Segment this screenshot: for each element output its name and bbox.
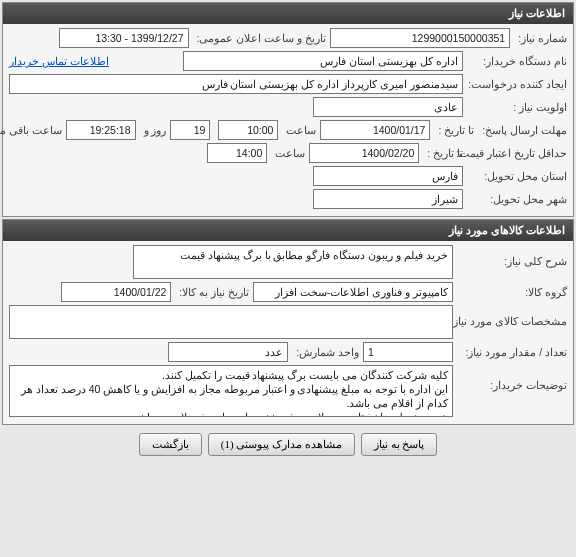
notes-label: توضیحات خریدار: xyxy=(457,365,567,391)
unit-label: واحد شمارش: xyxy=(292,346,359,358)
notes-field[interactable] xyxy=(9,365,453,417)
panel-body-1: شماره نیاز: تاریخ و ساعت اعلان عمومی: نا… xyxy=(3,24,573,216)
pub-date-label: تاریخ و ساعت اعلان عمومی: xyxy=(193,32,327,44)
city-field[interactable] xyxy=(313,189,463,209)
panel-header-1: اطلاعات نیاز xyxy=(3,3,573,24)
contact-link[interactable]: اطلاعات تماس خریدار xyxy=(9,55,109,67)
buyer-field[interactable] xyxy=(183,51,463,71)
to-date-label-2: تا تاریخ : xyxy=(423,147,463,159)
spec-field[interactable] xyxy=(9,305,453,339)
deadline-time-field[interactable] xyxy=(218,120,278,140)
valid-label: حداقل تاریخ اعتبار قیمت: xyxy=(467,147,567,159)
priority-label: اولویت نیاز : xyxy=(467,101,567,113)
qty-field[interactable] xyxy=(363,342,453,362)
qty-label: تعداد / مقدار مورد نیاز: xyxy=(457,346,567,358)
view-docs-button[interactable]: مشاهده مدارک پیوستی (1) xyxy=(208,433,355,456)
desc-label: شرح کلی نیاز: xyxy=(457,245,567,267)
goods-info-panel: اطلاعات کالاهای مورد نیاز شرح کلی نیاز: … xyxy=(2,219,574,425)
need-date-label: تاریخ نیاز به کالا: xyxy=(175,286,249,298)
time-remaining-field[interactable] xyxy=(66,120,136,140)
deadline-label: مهلت ارسال پاسخ: xyxy=(478,124,567,136)
hour-label-2: ساعت xyxy=(271,147,305,159)
hour-label-1: ساعت xyxy=(282,124,316,136)
panel-body-2: شرح کلی نیاز: گروه کالا: تاریخ نیاز به ک… xyxy=(3,241,573,424)
creator-label: ایجاد کننده درخواست: xyxy=(467,78,567,90)
group-label: گروه کالا: xyxy=(457,286,567,298)
back-button[interactable]: بازگشت xyxy=(139,433,202,456)
creator-field[interactable] xyxy=(9,74,463,94)
panel-header-2: اطلاعات کالاهای مورد نیاز xyxy=(3,220,573,241)
buyer-label: نام دستگاه خریدار: xyxy=(467,55,567,67)
deadline-date-field[interactable] xyxy=(320,120,430,140)
need-info-panel: اطلاعات نیاز شماره نیاز: تاریخ و ساعت اع… xyxy=(2,2,574,217)
priority-field[interactable] xyxy=(313,97,463,117)
spec-label: مشخصات کالای مورد نیاز: xyxy=(457,305,567,327)
reply-button[interactable]: پاسخ به نیاز xyxy=(361,433,438,456)
province-label: استان محل تحویل: xyxy=(467,170,567,182)
city-label: شهر محل تحویل: xyxy=(467,193,567,205)
province-field[interactable] xyxy=(313,166,463,186)
valid-date-field[interactable] xyxy=(309,143,419,163)
button-row: پاسخ به نیاز مشاهده مدارک پیوستی (1) باز… xyxy=(0,427,576,462)
need-date-field[interactable] xyxy=(61,282,171,302)
need-no-field[interactable] xyxy=(330,28,510,48)
days-remaining-field[interactable] xyxy=(170,120,210,140)
to-date-label: تا تاریخ : xyxy=(434,124,474,136)
pub-date-field[interactable] xyxy=(59,28,189,48)
unit-field[interactable] xyxy=(168,342,288,362)
valid-time-field[interactable] xyxy=(207,143,267,163)
days-label: روز و xyxy=(140,124,167,136)
need-no-label: شماره نیاز: xyxy=(514,32,567,44)
group-field[interactable] xyxy=(253,282,453,302)
remain-label: ساعت باقی مانده xyxy=(0,124,62,136)
desc-field[interactable] xyxy=(133,245,453,279)
